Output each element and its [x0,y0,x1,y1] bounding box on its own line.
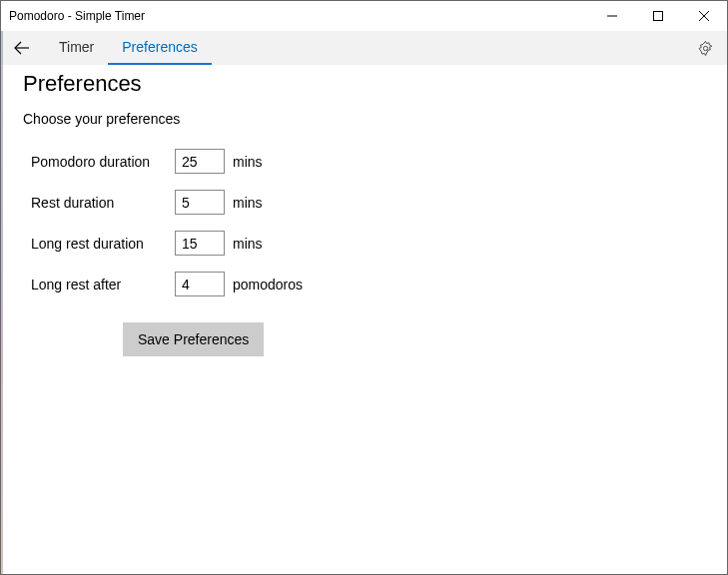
window-title: Pomodoro - Simple Timer [9,9,589,23]
subtitle: Choose your preferences [23,111,705,127]
svg-rect-1 [654,12,663,21]
close-button[interactable] [681,1,727,31]
gear-icon [697,40,714,57]
input-long-rest-after[interactable] [175,272,225,296]
input-rest-duration[interactable] [175,190,225,215]
page-title: Preferences [23,71,705,97]
unit-long-rest-after: pomodoros [233,277,303,292]
label-rest-duration: Rest duration [31,195,175,211]
window-controls [589,1,727,31]
label-long-rest-duration: Long rest duration [31,236,175,252]
input-pomodoro-duration[interactable] [175,149,225,174]
content: Preferences Choose your preferences Pomo… [1,65,727,362]
unit-pomodoro-duration: mins [233,154,263,170]
settings-button[interactable] [689,32,721,64]
svg-point-5 [703,46,707,50]
navbar: Timer Preferences [1,31,727,65]
row-long-rest-after: Long rest after pomodoros [31,272,705,296]
unit-long-rest-duration: mins [233,236,263,252]
titlebar: Pomodoro - Simple Timer [1,1,727,31]
maximize-button[interactable] [635,1,681,31]
input-long-rest-duration[interactable] [175,231,225,256]
back-button[interactable] [7,33,37,63]
tab-timer[interactable]: Timer [45,31,108,65]
unit-rest-duration: mins [233,195,263,211]
tab-preferences[interactable]: Preferences [108,31,211,65]
row-pomodoro-duration: Pomodoro duration mins [31,149,705,174]
maximize-icon [653,11,663,21]
row-long-rest-duration: Long rest duration mins [31,231,705,256]
label-long-rest-after: Long rest after [31,277,175,292]
minimize-button[interactable] [589,1,635,31]
save-preferences-button[interactable]: Save Preferences [123,322,264,356]
minimize-icon [607,11,617,21]
tabs: Timer Preferences [45,31,212,65]
arrow-left-icon [13,39,31,57]
close-icon [699,11,709,21]
label-pomodoro-duration: Pomodoro duration [31,154,175,170]
row-rest-duration: Rest duration mins [31,190,705,215]
